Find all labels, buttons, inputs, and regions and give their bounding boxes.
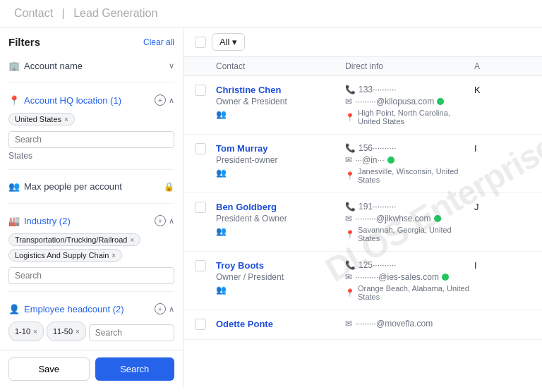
remove-logistics-tag[interactable]: × bbox=[112, 252, 116, 259]
location-pin-icon: 📍 bbox=[8, 95, 20, 106]
add-filter-button[interactable]: + bbox=[155, 94, 166, 106]
location-icon: 📍 bbox=[345, 230, 355, 239]
col-direct-info: Direct info bbox=[345, 61, 474, 71]
row-checkbox-2[interactable] bbox=[195, 202, 206, 213]
app-header: Contact | Lead Generation bbox=[0, 0, 542, 27]
tag-united-states: United States × bbox=[8, 113, 75, 125]
filter-headcount: 👤 Employee headcount (2) + ∧ 1-10 × 11-5… bbox=[8, 299, 174, 352]
search-button[interactable]: Search bbox=[95, 357, 175, 381]
table-row: Ben Goldberg President & Owner 👥 📞191···… bbox=[183, 193, 542, 252]
col3-1: I bbox=[474, 143, 531, 154]
sidebar-actions: Save Search bbox=[0, 350, 183, 388]
headcount-search-input[interactable] bbox=[89, 324, 174, 341]
contact-title-0: Owner & President bbox=[216, 97, 345, 106]
contact-title-3: Owner / President bbox=[216, 272, 345, 282]
row-checkbox-3[interactable] bbox=[195, 260, 206, 271]
chevron-up-icon-headcount: ∧ bbox=[169, 305, 174, 314]
filter-max-people-row[interactable]: 👥 Max people per account 🔒 bbox=[8, 177, 174, 196]
main-toolbar: All ▾ bbox=[183, 27, 542, 57]
verified-badge bbox=[387, 157, 395, 164]
email-icon: ✉ bbox=[345, 272, 352, 282]
dropdown-chevron-icon: ▾ bbox=[232, 37, 237, 47]
headcount-tags: 1-10 × 11-50 × bbox=[8, 321, 174, 341]
filter-industry-row[interactable]: 🏭 Industry (2) + ∧ bbox=[8, 211, 174, 231]
contact-list: Christine Chen Owner & President 👥 📞133·… bbox=[183, 76, 542, 388]
app-name: Contact bbox=[14, 7, 53, 19]
main-layout: Filters Clear all 🏢 Account name ∨ 📍 Acc… bbox=[0, 27, 542, 388]
remove-1-10-tag[interactable]: × bbox=[33, 328, 37, 336]
col3-0: K bbox=[474, 85, 531, 95]
phone-icon: 📞 bbox=[345, 202, 356, 212]
industry-search-input[interactable] bbox=[8, 267, 174, 284]
table-header: Contact Direct info A bbox=[183, 57, 542, 76]
all-dropdown[interactable]: All ▾ bbox=[212, 33, 245, 51]
headcount-icon: 👤 bbox=[8, 304, 20, 314]
filter-headcount-row[interactable]: 👤 Employee headcount (2) + ∧ bbox=[8, 299, 174, 319]
remove-11-50-tag[interactable]: × bbox=[76, 328, 80, 336]
industry-icon: 🏭 bbox=[8, 216, 20, 226]
header-title: Contact | Lead Generation bbox=[11, 7, 160, 20]
phone-icon: 📞 bbox=[345, 260, 356, 270]
table-row: Troy Boots Owner / President 👥 📞125·····… bbox=[183, 252, 542, 310]
tag-11-50: 11-50 × bbox=[47, 321, 86, 341]
filter-account-hq: 📍 Account HQ location (1) + ∧ United Sta… bbox=[8, 90, 174, 170]
clear-all-button[interactable]: Clear all bbox=[143, 37, 174, 47]
industry-tags: Transportation/Trucking/Railroad × Logis… bbox=[8, 233, 174, 262]
select-all-checkbox[interactable] bbox=[195, 37, 206, 48]
email-icon: ✉ bbox=[345, 97, 352, 106]
col-extra: A bbox=[474, 61, 531, 71]
verified-badge bbox=[437, 98, 444, 105]
contact-name-1[interactable]: Tom Murray bbox=[216, 143, 345, 154]
remove-tag-button[interactable]: × bbox=[64, 116, 68, 123]
filter-account-name-row[interactable]: 🏢 Account name ∨ bbox=[8, 56, 174, 75]
contact-name-3[interactable]: Troy Boots bbox=[216, 260, 345, 271]
filter-account-name: 🏢 Account name ∨ bbox=[8, 56, 174, 83]
filter-industry: 🏭 Industry (2) + ∧ Transportation/Trucki… bbox=[8, 211, 174, 292]
contact-title-2: President & Owner bbox=[216, 214, 345, 223]
direct-info-2: 📞191·········· ✉·········@jlkwhse.com 📍S… bbox=[345, 202, 474, 243]
col3-2: J bbox=[474, 202, 531, 212]
direct-info-0: 📞133·········· ✉·········@kilopusa.com 📍… bbox=[345, 85, 474, 125]
contact-people-icon-1: 👥 bbox=[216, 168, 345, 178]
table-row: Odette Ponte ✉·········@movefla.com bbox=[183, 310, 542, 340]
verified-badge bbox=[434, 215, 441, 222]
table-row: Christine Chen Owner & President 👥 📞133·… bbox=[183, 76, 542, 135]
contact-people-icon-0: 👥 bbox=[216, 109, 345, 119]
row-checkbox-0[interactable] bbox=[195, 85, 206, 96]
verified-badge bbox=[442, 274, 449, 281]
remove-transportation-tag[interactable]: × bbox=[130, 236, 134, 244]
col3-3: I bbox=[474, 260, 531, 271]
tag-transportation: Transportation/Trucking/Railroad × bbox=[8, 233, 140, 246]
hq-search-input[interactable] bbox=[8, 131, 174, 148]
filter-hq-row[interactable]: 📍 Account HQ location (1) + ∧ bbox=[8, 90, 174, 110]
sidebar-header: Filters Clear all bbox=[8, 36, 174, 48]
direct-info-4: ✉·········@movefla.com bbox=[345, 319, 474, 331]
chevron-up-icon: ∧ bbox=[169, 96, 174, 105]
tag-logistics: Logistics And Supply Chain × bbox=[8, 249, 122, 262]
location-icon: 📍 bbox=[345, 171, 355, 180]
email-icon: ✉ bbox=[345, 319, 352, 329]
contact-people-icon-2: 👥 bbox=[216, 226, 345, 236]
contact-name-0[interactable]: Christine Chen bbox=[216, 85, 345, 95]
add-headcount-button[interactable]: + bbox=[155, 303, 166, 314]
building-icon: 🏢 bbox=[8, 61, 20, 71]
filter-max-people: 👥 Max people per account 🔒 bbox=[8, 177, 174, 204]
contact-name-2[interactable]: Ben Goldberg bbox=[216, 202, 345, 212]
col-contact: Contact bbox=[216, 61, 345, 71]
tag-1-10: 1-10 × bbox=[8, 321, 44, 341]
people-icon: 👥 bbox=[8, 181, 20, 192]
save-button[interactable]: Save bbox=[8, 357, 90, 381]
email-icon: ✉ bbox=[345, 214, 352, 223]
contact-name-4[interactable]: Odette Ponte bbox=[216, 319, 345, 329]
add-industry-button[interactable]: + bbox=[155, 215, 166, 226]
phone-icon: 📞 bbox=[345, 143, 356, 153]
contact-title-1: President-owner bbox=[216, 155, 345, 165]
sidebar: Filters Clear all 🏢 Account name ∨ 📍 Acc… bbox=[0, 27, 183, 388]
location-icon: 📍 bbox=[345, 288, 355, 298]
row-checkbox-1[interactable] bbox=[195, 143, 206, 154]
states-label: States bbox=[8, 151, 174, 161]
row-checkbox-4[interactable] bbox=[195, 319, 206, 330]
email-icon: ✉ bbox=[345, 155, 352, 165]
lock-icon: 🔒 bbox=[164, 182, 174, 192]
table-row: Tom Murray President-owner 👥 📞156·······… bbox=[183, 135, 542, 193]
